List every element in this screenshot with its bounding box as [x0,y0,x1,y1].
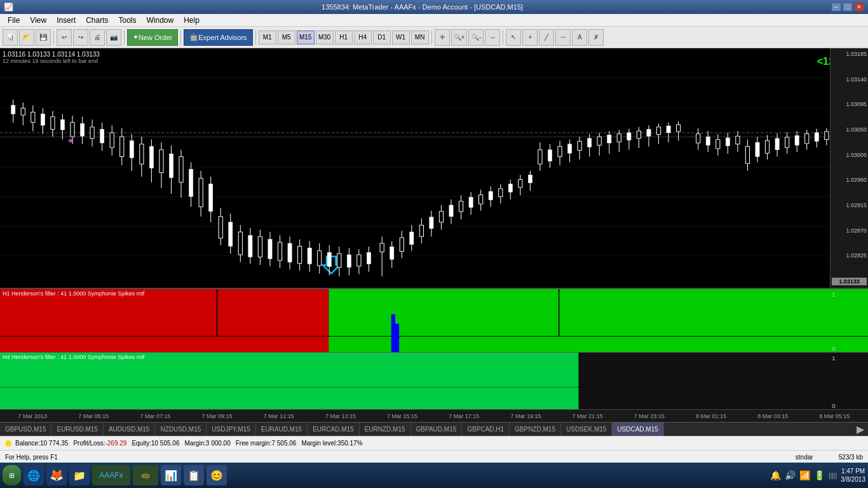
close-button[interactable]: ✕ [854,3,864,11]
taskbar-tool1-icon[interactable]: 📊 [161,465,181,485]
tray-icon-1[interactable]: 🔔 [770,470,781,480]
tb-screenshot[interactable]: 📷 [106,29,121,46]
svg-rect-131 [597,137,601,145]
tb-text[interactable]: A [572,29,587,46]
sym-tab-gbpusd[interactable]: GBPUSD,M15 [0,423,51,436]
tb-delete[interactable]: ✗ [588,29,604,46]
tb-new-chart[interactable]: 📊 [3,29,18,46]
sym-tab-usdsek[interactable]: USDSEK,M15 [561,423,612,436]
tb-scroll[interactable]: ↔ [485,29,500,46]
menu-help[interactable]: Help [179,15,205,26]
tf-w1[interactable]: W1 [392,30,410,44]
time-label-3: 7 Mar 07:15 [140,413,170,419]
tb-redo[interactable]: ↪ [73,29,88,46]
svg-rect-175 [825,132,829,140]
svg-rect-125 [567,144,571,153]
tb-crosshair[interactable]: ✛ [435,29,450,46]
svg-rect-93 [410,232,414,245]
sym-tab-gbpnzd[interactable]: GBPNZD,M15 [510,423,561,436]
taskbar-browser-icon[interactable]: 🌐 [24,465,44,485]
tf-m30[interactable]: M30 [316,30,334,44]
svg-rect-37 [140,144,144,164]
taskbar-firefox-icon[interactable]: 🦊 [46,465,67,485]
sym-tab-eurnzd[interactable]: EURNZD,M15 [360,423,411,436]
tray-icon-volume[interactable]: 🔊 [785,470,796,480]
candlestick-chart[interactable] [0,48,830,288]
sym-tab-usdjpy[interactable]: USDJPY,M15 [207,423,255,436]
ea-icon: 🤖 [189,33,198,41]
tb-line[interactable]: ╱ [539,29,554,46]
start-button[interactable]: ⊞ [3,465,21,485]
expert-advisors-button[interactable]: 🤖 Expert Advisors [184,29,252,46]
tf-h4[interactable]: H4 [354,30,372,44]
tf-mn[interactable]: MN [411,30,429,44]
sym-tab-euraud[interactable]: EURAUD,M15 [256,423,308,436]
menu-view[interactable]: View [25,15,51,26]
menu-charts[interactable]: Charts [81,15,113,26]
svg-rect-33 [120,137,124,156]
sym-tab-nzdusd[interactable]: NZDUSD,M15 [155,423,207,436]
taskbar-files-icon[interactable]: 📁 [69,465,90,485]
tb-print[interactable]: 🖨 [90,29,105,46]
svg-rect-18 [51,117,55,130]
svg-rect-56 [229,222,233,247]
minimize-button[interactable]: ─ [831,3,841,11]
mode-text: stndar [796,454,813,461]
tb-zoom-out[interactable]: 🔍- [468,29,484,46]
tf-m5[interactable]: M5 [278,30,295,44]
taskbar-smile-icon[interactable]: 😊 [207,465,227,485]
taskbar-tool2-icon[interactable]: 📋 [184,465,204,485]
svg-rect-83 [357,255,361,266]
menu-file[interactable]: File [3,15,25,26]
sym-tab-eurusd[interactable]: EURUSD,M15 [51,423,103,436]
menu-tools[interactable]: Tools [114,15,142,26]
svg-rect-39 [149,146,153,168]
tf-m1[interactable]: M1 [259,30,276,44]
svg-rect-129 [588,139,592,147]
svg-rect-10 [11,105,15,114]
toolbar: 📊 📂 💾 ↩ ↪ 🖨 📷 ✦ New Order 🤖 Expert Advis… [0,27,868,48]
menu-window[interactable]: Window [142,15,179,26]
tb-open[interactable]: 📂 [19,29,34,46]
sym-tab-gbpaud[interactable]: GBPAUD,M15 [411,423,463,436]
sym-tab-usdcad[interactable]: USDCAD,M15 [612,423,663,436]
tb-cursor[interactable]: ↖ [506,29,521,46]
tb-zoom-in[interactable]: 🔍+ [451,29,468,46]
chart-container: 1.03116 1.03133 1.03114 1.03133 12 minut… [0,48,868,422]
taskbar-mt4-icon[interactable]: AAAFx [92,465,130,485]
tb-undo[interactable]: ↩ [57,29,72,46]
balance-value: 10 774.35 [40,440,69,447]
tf-h1[interactable]: H1 [335,30,353,44]
tf-m15[interactable]: M15 [297,30,315,44]
tab-scroll-right[interactable]: ▶ [853,423,868,435]
svg-rect-23 [71,123,74,137]
time-label-7: 7 Mar 15:15 [387,413,417,419]
toolbar-sep-5 [431,30,432,44]
tf-d1[interactable]: D1 [373,30,391,44]
menu-insert[interactable]: Insert [51,15,81,26]
time-label-2: 7 Mar 05:15 [78,413,109,419]
tb-cross[interactable]: + [522,29,538,46]
svg-rect-109 [489,191,492,200]
maximize-button[interactable]: □ [843,3,853,11]
svg-text:1: 1 [832,355,836,362]
price-chart[interactable]: 1.03116 1.03133 1.03114 1.03133 12 minut… [0,48,868,288]
toolbar-sep-4 [255,30,256,44]
price-level-4: 1.03050 [832,126,867,133]
sym-tab-audusd[interactable]: AUDUSD,M15 [104,423,155,436]
menu-bar: File View Insert Charts Tools Window Hel… [0,14,868,27]
svg-rect-107 [479,195,483,204]
tray-icon-network[interactable]: 📶 [799,470,810,480]
sym-tab-gbpcad[interactable]: GBPCAD,H1 [462,423,510,436]
equity-label: Equity: [132,440,151,447]
sym-tab-eurcad[interactable]: EURCAD,M15 [308,423,359,436]
tb-save[interactable]: 💾 [36,29,51,46]
tb-hline[interactable]: ─ [555,29,571,46]
taskbar-alp-icon[interactable]: alp [133,465,158,485]
tray-icon-battery[interactable]: 🔋 [814,470,825,480]
new-order-button[interactable]: ✦ New Order [127,29,178,46]
title-bar: 📈 1355834: MetaTrader - AAAFx - Demo Acc… [0,0,868,14]
pl-value: -269.29 [105,440,126,447]
toolbar-sep-1 [53,30,54,44]
equity-value: 10 505.06 [151,440,180,447]
